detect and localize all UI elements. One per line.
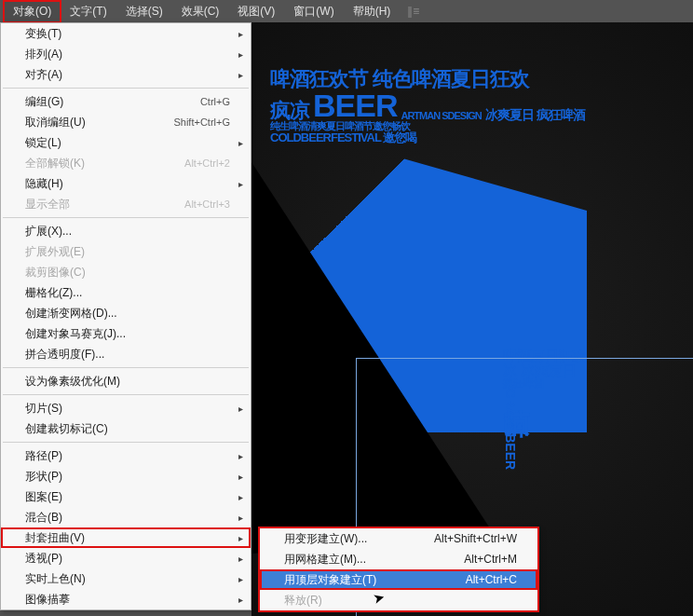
submenu-item: 释放(R) bbox=[260, 590, 537, 610]
menu-item-label: 对齐(A) bbox=[25, 67, 62, 83]
art-l2f: 冰爽夏日 疯狂啤酒 bbox=[485, 108, 585, 121]
menu-item-label: 混合(B) bbox=[25, 510, 62, 526]
menu-separator bbox=[3, 394, 249, 395]
menubar-item-1[interactable]: 文字(T) bbox=[61, 1, 116, 22]
menu-item-label: 创建裁切标记(C) bbox=[25, 421, 108, 437]
menu-item-label: 全部解锁(K) bbox=[25, 156, 85, 171]
art-line1: 啤酒狂欢节 纯色啤酒夏日狂欢 bbox=[270, 69, 587, 89]
menu-separator bbox=[3, 442, 249, 443]
menu-item-label: 路径(P) bbox=[25, 448, 62, 464]
menu-item-label: 形状(P) bbox=[25, 469, 62, 485]
menubar-item-3[interactable]: 效果(C) bbox=[172, 1, 229, 22]
menu-item[interactable]: 锁定(L) bbox=[1, 132, 251, 153]
art-l2l: 疯凉 bbox=[270, 101, 309, 121]
menu-item: 全部解锁(K)Alt+Ctrl+2 bbox=[1, 153, 251, 173]
menubar-item-6[interactable]: 帮助(H) bbox=[344, 1, 401, 22]
menu-item-label: 创建对象马赛克(J)... bbox=[25, 326, 126, 342]
menu-item[interactable]: 排列(A) bbox=[1, 44, 251, 64]
menu-item-label: 拼合透明度(F)... bbox=[25, 347, 104, 363]
menu-item[interactable]: 图案(E) bbox=[1, 486, 251, 507]
menu-item[interactable]: 栅格化(Z)... bbox=[1, 282, 251, 303]
menu-item-label: 图像描摹 bbox=[25, 592, 70, 608]
menu-item-label: 栅格化(Z)... bbox=[25, 285, 82, 301]
menu-item[interactable]: 变换(T) bbox=[1, 23, 251, 44]
art-l2r: ARTMAN SDESIGN bbox=[401, 111, 481, 121]
menu-item-shortcut: Ctrl+G bbox=[200, 96, 230, 107]
menubar-item-4[interactable]: 视图(V) bbox=[228, 1, 284, 22]
menu-item-label: 变换(T) bbox=[25, 26, 61, 42]
menu-item[interactable]: 创建裁切标记(C) bbox=[1, 418, 251, 439]
menu-item-label: 设为像素级优化(M) bbox=[25, 374, 120, 390]
menu-item[interactable]: 对齐(A) bbox=[1, 64, 251, 85]
menu-item-label: 图案(E) bbox=[25, 489, 62, 505]
submenu-item[interactable]: 用网格建立(M)...Alt+Ctrl+M bbox=[260, 549, 537, 569]
menu-item[interactable]: 创建对象马赛克(J)... bbox=[1, 323, 251, 344]
submenu-item[interactable]: 用顶层对象建立(T)Alt+Ctrl+C bbox=[260, 569, 537, 590]
menu-item[interactable]: 切片(S) bbox=[1, 398, 251, 418]
menu-item[interactable]: 扩展(X)... bbox=[1, 221, 251, 241]
menubar-item-2[interactable]: 选择(S) bbox=[116, 1, 172, 22]
menu-item[interactable]: 图像描摹 bbox=[1, 589, 251, 609]
menubar-sep-icon: ‖≡ bbox=[407, 5, 419, 18]
submenu-item-shortcut: Alt+Ctrl+M bbox=[464, 553, 517, 566]
submenu-item-shortcut: Alt+Shift+Ctrl+W bbox=[434, 532, 517, 545]
menu-item-label: 编组(G) bbox=[25, 94, 63, 110]
menu-item-label: 透视(P) bbox=[25, 551, 62, 567]
menu-item[interactable]: 实时上色(N) bbox=[1, 568, 251, 589]
menu-item[interactable]: 拼合透明度(F)... bbox=[1, 344, 251, 364]
menu-item-label: 锁定(L) bbox=[25, 135, 61, 151]
menubar-item-0[interactable]: 对象(O) bbox=[4, 1, 61, 22]
submenu-item-label: 用变形建立(W)... bbox=[284, 531, 367, 547]
art-l2b: BEER bbox=[313, 89, 397, 121]
menu-item-label: 实时上色(N) bbox=[25, 571, 86, 587]
menu-item[interactable]: 取消编组(U)Shift+Ctrl+G bbox=[1, 112, 251, 132]
menu-item-label: 裁剪图像(C) bbox=[25, 265, 86, 281]
menu-item[interactable]: 形状(P) bbox=[1, 466, 251, 486]
menu-item: 显示全部Alt+Ctrl+3 bbox=[1, 194, 251, 214]
menu-item[interactable]: 透视(P) bbox=[1, 548, 251, 568]
menu-item-label: 扩展外观(E) bbox=[25, 244, 85, 260]
submenu-item[interactable]: 用变形建立(W)...Alt+Shift+Ctrl+W bbox=[260, 528, 537, 549]
submenu-item-label: 用顶层对象建立(T) bbox=[284, 572, 376, 588]
menu-item[interactable]: 路径(P) bbox=[1, 445, 251, 466]
menubar: 对象(O)文字(T)选择(S)效果(C)视图(V)窗口(W)帮助(H)‖≡ bbox=[0, 0, 693, 22]
menu-item: 扩展外观(E) bbox=[1, 241, 251, 262]
object-menu-dropdown[interactable]: 变换(T)排列(A)对齐(A)编组(G)Ctrl+G取消编组(U)Shift+C… bbox=[0, 22, 251, 610]
submenu-item-shortcut: Alt+Ctrl+C bbox=[466, 573, 517, 586]
menu-item[interactable]: 混合(B) bbox=[1, 507, 251, 527]
menu-item-label: 显示全部 bbox=[25, 197, 70, 212]
menu-item: 裁剪图像(C) bbox=[1, 262, 251, 282]
menu-item-label: 排列(A) bbox=[25, 47, 62, 62]
submenu-item-label: 释放(R) bbox=[284, 593, 322, 609]
envelope-distort-submenu[interactable]: 用变形建立(W)...Alt+Shift+Ctrl+W用网格建立(M)...Al… bbox=[259, 527, 538, 611]
menu-item-shortcut: Shift+Ctrl+G bbox=[173, 116, 230, 128]
menu-item[interactable]: 隐藏(H) bbox=[1, 173, 251, 194]
menu-item-shortcut: Alt+Ctrl+2 bbox=[184, 157, 230, 169]
menu-separator bbox=[3, 367, 249, 368]
menubar-item-5[interactable]: 窗口(W) bbox=[284, 1, 343, 22]
menu-separator bbox=[3, 217, 249, 218]
menu-item-label: 取消编组(U) bbox=[25, 115, 86, 130]
menu-item-label: 创建渐变网格(D)... bbox=[25, 306, 117, 322]
menu-item[interactable]: 设为像素级优化(M) bbox=[1, 371, 251, 391]
menu-item-shortcut: Alt+Ctrl+3 bbox=[184, 198, 230, 210]
menu-item-label: 扩展(X)... bbox=[25, 224, 72, 240]
menu-item-label: 封套扭曲(V) bbox=[25, 530, 85, 546]
menu-item[interactable]: 封套扭曲(V) bbox=[1, 527, 251, 548]
menu-item[interactable]: 编组(G)Ctrl+G bbox=[1, 91, 251, 112]
menu-separator bbox=[3, 88, 249, 89]
menu-item-label: 隐藏(H) bbox=[25, 176, 63, 192]
menu-item[interactable]: 创建渐变网格(D)... bbox=[1, 303, 251, 323]
menu-item-label: 切片(S) bbox=[25, 401, 62, 417]
submenu-item-label: 用网格建立(M)... bbox=[284, 552, 366, 568]
